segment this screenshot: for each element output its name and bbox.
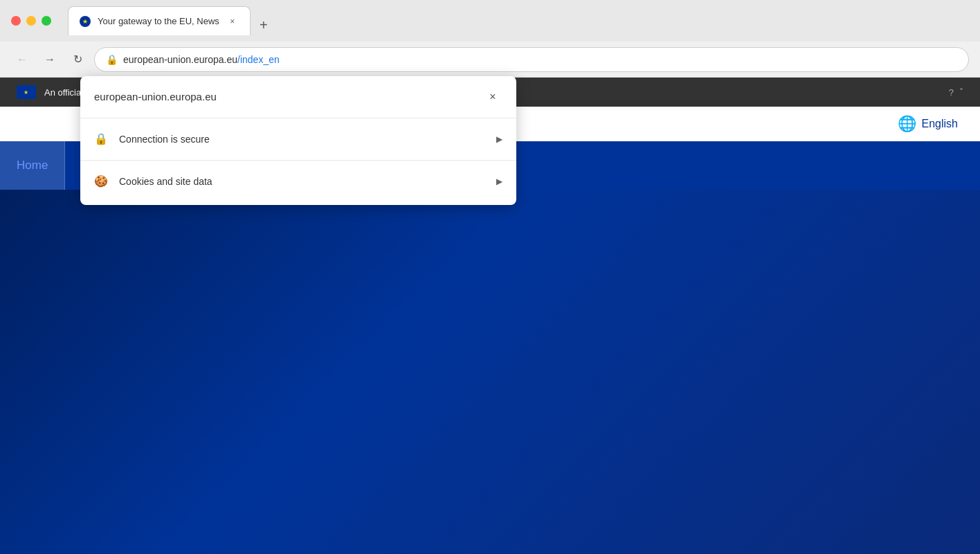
language-selector[interactable]: 🌐 English [898, 115, 958, 133]
eu-banner-text: An official [44, 87, 83, 98]
popup-domain: european-union.europa.eu [94, 91, 217, 102]
connection-security-item[interactable]: 🔒 Connection is secure ▶ [80, 124, 516, 154]
url-path: /index_en [237, 54, 280, 65]
maximize-traffic-light[interactable] [42, 16, 51, 26]
connection-item-left: 🔒 Connection is secure [94, 132, 210, 146]
connection-arrow-icon: ▶ [496, 134, 502, 144]
popup-divider-2 [80, 160, 516, 161]
new-tab-button[interactable]: + [253, 15, 274, 35]
cookies-label: Cookies and site data [119, 176, 212, 187]
minimize-traffic-light[interactable] [26, 16, 36, 26]
cookies-item[interactable]: 🍪 Cookies and site data ▶ [80, 166, 516, 197]
eu-banner-right: ? ˅ [949, 87, 963, 98]
language-label: English [922, 118, 958, 130]
popup-divider-1 [80, 118, 516, 118]
browser-tab[interactable]: ★ Your gateway to the EU, News × [68, 6, 251, 35]
globe-icon: 🌐 [898, 115, 916, 133]
lock-icon: 🔒 [106, 54, 118, 65]
lock-popup-icon: 🔒 [94, 132, 108, 146]
url-domain: european-union.europa.eu [123, 54, 237, 65]
site-info-popup: european-union.europa.eu × 🔒 Connection … [80, 76, 516, 205]
tab-favicon: ★ [80, 16, 91, 27]
hero-section [0, 190, 980, 554]
connection-label: Connection is secure [119, 134, 210, 145]
cookies-arrow-icon: ▶ [496, 177, 502, 186]
popup-header: european-union.europa.eu × [80, 76, 516, 112]
forward-button[interactable]: → [39, 48, 61, 71]
title-bar: ★ Your gateway to the EU, News × + [0, 0, 980, 42]
address-bar-container: 🔒 european-union.europa.eu/index_en euro… [94, 47, 969, 72]
browser-frame: ★ Your gateway to the EU, News × + ← → ↻… [0, 0, 980, 554]
cookies-popup-icon: 🍪 [94, 175, 108, 188]
popup-bottom-padding [80, 197, 516, 205]
close-traffic-light[interactable] [11, 16, 21, 26]
traffic-lights [11, 16, 51, 26]
eu-banner-question[interactable]: ? [949, 87, 954, 98]
tabs-area: ★ Your gateway to the EU, News × + [68, 6, 969, 35]
back-button[interactable]: ← [11, 48, 33, 71]
eu-flag-stars: ★ [24, 89, 29, 96]
nav-home[interactable]: Home [0, 141, 65, 190]
eu-flag-icon: ★ [17, 85, 36, 99]
popup-close-button[interactable]: × [483, 87, 502, 107]
address-bar[interactable]: 🔒 european-union.europa.eu/index_en [94, 47, 969, 72]
cookies-item-left: 🍪 Cookies and site data [94, 175, 212, 188]
eu-banner-chevron-icon[interactable]: ˅ [959, 87, 963, 97]
reload-button[interactable]: ↻ [66, 48, 89, 71]
nav-home-label: Home [17, 158, 48, 173]
tab-close-button[interactable]: × [226, 15, 239, 28]
address-bar-row: ← → ↻ 🔒 european-union.europa.eu/index_e… [0, 42, 980, 78]
tab-title: Your gateway to the EU, News [98, 16, 219, 26]
